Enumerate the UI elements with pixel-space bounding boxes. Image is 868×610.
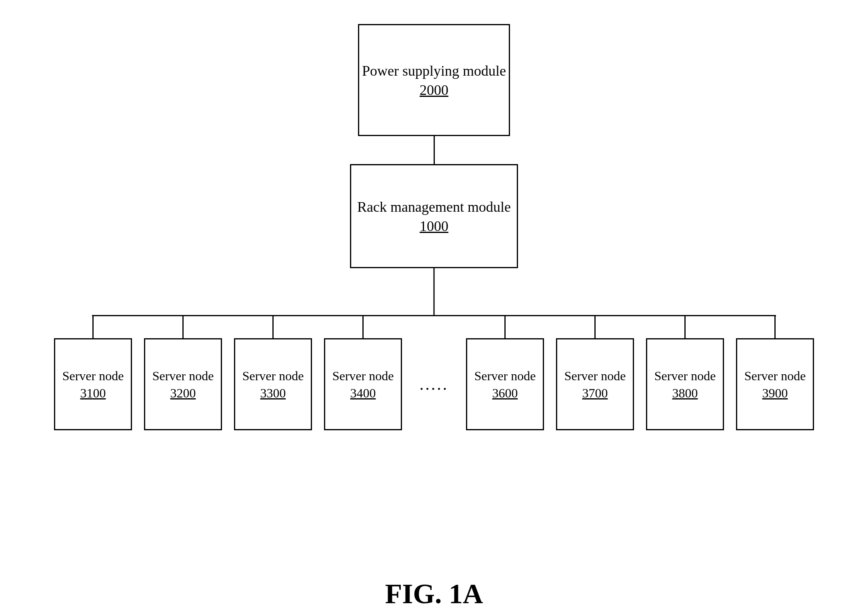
tree-section: Server node 3100 Server node 3200 Server… [0, 268, 868, 430]
v-drop-3700 [594, 316, 596, 338]
nodes-row: Server node 3100 Server node 3200 Server… [54, 316, 814, 430]
server-node-3400: Server node 3400 [324, 338, 402, 430]
server-node-3700: Server node 3700 [556, 338, 634, 430]
rack-module-box: Rack management module 1000 [350, 164, 518, 268]
v-drop-3100 [92, 316, 94, 338]
server-label-3100: Server node [62, 368, 124, 385]
rack-module-id: 1000 [420, 218, 448, 235]
server-label-3700: Server node [564, 368, 626, 385]
v-drop-3400 [362, 316, 364, 338]
node-column-3300: Server node 3300 [234, 316, 312, 430]
ellipsis-text: ..... [420, 375, 449, 394]
server-id-3400: 3400 [350, 386, 376, 401]
node-column-3400: Server node 3400 [324, 316, 402, 430]
server-id-3800: 3800 [672, 386, 698, 401]
server-label-3600: Server node [474, 368, 536, 385]
server-label-3400: Server node [332, 368, 394, 385]
server-label-3800: Server node [654, 368, 716, 385]
figure-caption: FIG. 1A [385, 578, 483, 610]
ellipsis-column: ..... [414, 316, 454, 430]
node-column-3900: Server node 3900 [736, 316, 814, 430]
server-id-3900: 3900 [762, 386, 788, 401]
node-column-3100: Server node 3100 [54, 316, 132, 430]
server-id-3100: 3100 [80, 386, 106, 401]
server-label-3300: Server node [242, 368, 304, 385]
diagram-container: Power supplying module 2000 Rack managem… [0, 0, 868, 554]
server-id-3700: 3700 [582, 386, 608, 401]
node-column-3800: Server node 3800 [646, 316, 724, 430]
server-id-3600: 3600 [492, 386, 518, 401]
server-node-3100: Server node 3100 [54, 338, 132, 430]
server-id-3200: 3200 [170, 386, 196, 401]
server-label-3200: Server node [152, 368, 214, 385]
v-drop-3600 [504, 316, 506, 338]
power-module-id: 2000 [420, 82, 448, 98]
rack-module-label: Rack management module [357, 198, 511, 217]
server-node-3800: Server node 3800 [646, 338, 724, 430]
server-node-3200: Server node 3200 [144, 338, 222, 430]
v-drop-3800 [684, 316, 686, 338]
tree-v-connector [54, 268, 814, 316]
node-column-3700: Server node 3700 [556, 316, 634, 430]
v-drop-3300 [272, 316, 274, 338]
v-drop-3200 [182, 316, 184, 338]
server-id-3300: 3300 [260, 386, 286, 401]
power-module-label: Power supplying module [362, 62, 506, 80]
server-label-3900: Server node [744, 368, 806, 385]
v-line-rack-to-bar [434, 268, 435, 316]
server-node-3300: Server node 3300 [234, 338, 312, 430]
server-node-3600: Server node 3600 [466, 338, 544, 430]
node-column-3600: Server node 3600 [466, 316, 544, 430]
node-column-3200: Server node 3200 [144, 316, 222, 430]
power-module-box: Power supplying module 2000 [358, 24, 510, 136]
v-drop-3900 [774, 316, 776, 338]
connector-power-to-rack [434, 136, 435, 164]
server-node-3900: Server node 3900 [736, 338, 814, 430]
